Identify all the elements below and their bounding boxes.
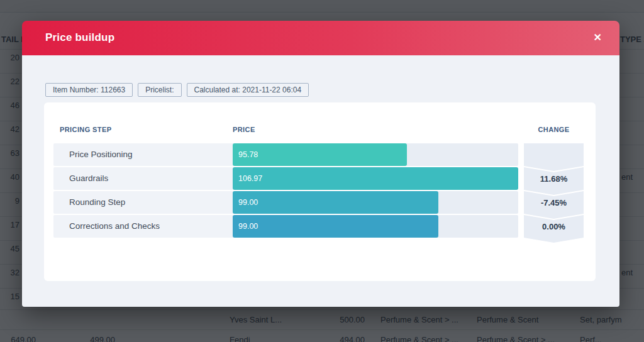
- pricing-step-row: Guardrails 106.97 11.68%: [44, 167, 596, 190]
- modal-title: Price buildup: [45, 31, 114, 44]
- price-bar: 99.00: [233, 191, 438, 214]
- price-bar-track: 99.00: [233, 191, 518, 214]
- row-background: Rounding Step 99.00: [53, 191, 518, 214]
- change-badge: 0.00%: [524, 215, 584, 243]
- row-background: Guardrails 106.97: [53, 167, 518, 190]
- step-label: Price Positioning: [69, 143, 133, 166]
- pricing-steps-card: PRICING STEP PRICE CHANGE Price Position…: [44, 102, 596, 281]
- price-buildup-modal: Price buildup ✕ Item Number: 112663 Pric…: [22, 21, 619, 307]
- step-label: Guardrails: [69, 167, 108, 190]
- calculated-at-field: Calculated at: 2021-11-22 06:04: [187, 83, 309, 97]
- close-icon[interactable]: ✕: [594, 31, 602, 45]
- price-value: 106.97: [233, 167, 518, 190]
- column-header-price: PRICE: [233, 126, 255, 133]
- column-header-pricing-step: PRICING STEP: [60, 126, 111, 133]
- info-row: Item Number: 112663 Pricelist: Calculate…: [45, 83, 309, 97]
- item-number-field: Item Number: 112663: [45, 83, 133, 97]
- price-value: 95.78: [233, 143, 407, 166]
- price-bar: 99.00: [233, 215, 438, 238]
- price-bar-track: 106.97: [233, 167, 518, 190]
- modal-header: Price buildup ✕: [22, 21, 619, 55]
- price-bar-track: 95.78: [233, 143, 518, 166]
- modal-body: Item Number: 112663 Pricelist: Calculate…: [22, 55, 619, 307]
- pricing-step-row: Corrections and Checks 99.00 0.00%: [44, 215, 596, 238]
- price-bar-track: 99.00: [233, 215, 518, 238]
- pricelist-field: Pricelist:: [138, 83, 181, 97]
- step-label: Corrections and Checks: [69, 215, 160, 238]
- pricing-step-row: Price Positioning 95.78: [44, 143, 596, 166]
- pricing-step-row: Rounding Step 99.00 -7.45%: [44, 191, 596, 214]
- row-background: Corrections and Checks 99.00: [53, 215, 518, 238]
- price-bar: 106.97: [233, 167, 518, 190]
- column-header-change: CHANGE: [524, 126, 584, 133]
- price-bar: 95.78: [233, 143, 407, 166]
- price-value: 99.00: [233, 215, 438, 238]
- row-background: Price Positioning 95.78: [53, 143, 518, 166]
- price-value: 99.00: [233, 191, 438, 214]
- step-label: Rounding Step: [69, 191, 125, 214]
